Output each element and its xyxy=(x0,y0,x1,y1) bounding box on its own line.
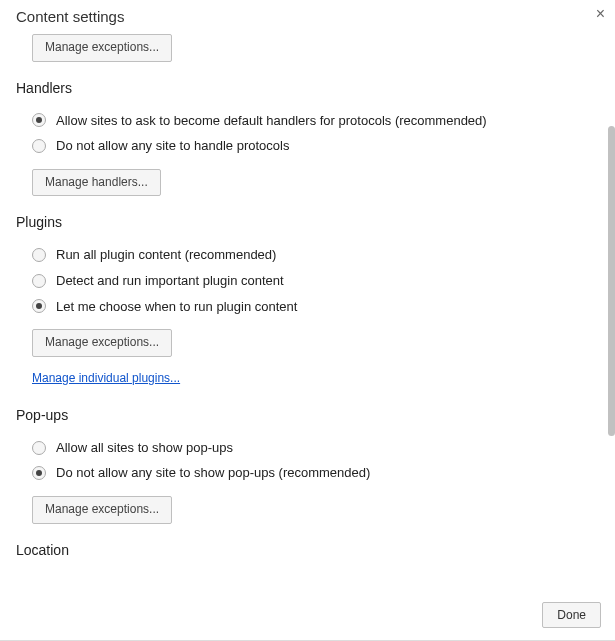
dialog-title: Content settings xyxy=(0,0,615,31)
plugins-section: Plugins Run all plugin content (recommen… xyxy=(16,214,599,388)
settings-scroll-area[interactable]: Manage exceptions... Handlers Allow site… xyxy=(0,30,615,590)
manage-individual-plugins-link[interactable]: Manage individual plugins... xyxy=(32,371,180,385)
content-settings-dialog: Content settings × Manage exceptions... … xyxy=(0,0,615,641)
radio-icon[interactable] xyxy=(32,274,46,288)
option-label: Let me choose when to run plugin content xyxy=(56,299,297,315)
radio-icon[interactable] xyxy=(32,299,46,313)
plugins-manage-exceptions-button[interactable]: Manage exceptions... xyxy=(32,329,172,357)
radio-icon[interactable] xyxy=(32,466,46,480)
popups-title: Pop-ups xyxy=(16,407,599,423)
radio-icon[interactable] xyxy=(32,113,46,127)
radio-icon[interactable] xyxy=(32,441,46,455)
handlers-section: Handlers Allow sites to ask to become de… xyxy=(16,80,599,197)
popups-section: Pop-ups Allow all sites to show pop-ups … xyxy=(16,407,599,524)
plugins-option-detect[interactable]: Detect and run important plugin content xyxy=(16,268,599,294)
popups-option-deny[interactable]: Do not allow any site to show pop-ups (r… xyxy=(16,460,599,486)
option-label: Allow all sites to show pop-ups xyxy=(56,440,233,456)
manage-exceptions-button[interactable]: Manage exceptions... xyxy=(32,34,172,62)
option-label: Allow sites to ask to become default han… xyxy=(56,113,487,129)
done-button[interactable]: Done xyxy=(542,602,601,628)
dialog-footer: Done xyxy=(0,590,615,640)
popups-option-allow[interactable]: Allow all sites to show pop-ups xyxy=(16,435,599,461)
close-icon[interactable]: × xyxy=(596,6,605,22)
radio-icon[interactable] xyxy=(32,139,46,153)
previous-section-tail: Manage exceptions... xyxy=(16,30,599,62)
manage-handlers-button[interactable]: Manage handlers... xyxy=(32,169,161,197)
scrollbar-thumb[interactable] xyxy=(608,126,615,436)
plugins-option-runall[interactable]: Run all plugin content (recommended) xyxy=(16,242,599,268)
location-section: Location xyxy=(16,542,599,558)
plugins-title: Plugins xyxy=(16,214,599,230)
handlers-title: Handlers xyxy=(16,80,599,96)
popups-manage-exceptions-button[interactable]: Manage exceptions... xyxy=(32,496,172,524)
radio-icon[interactable] xyxy=(32,248,46,262)
option-label: Do not allow any site to show pop-ups (r… xyxy=(56,465,370,481)
location-title: Location xyxy=(16,542,599,558)
handlers-option-allow[interactable]: Allow sites to ask to become default han… xyxy=(16,108,599,134)
option-label: Detect and run important plugin content xyxy=(56,273,284,289)
handlers-option-deny[interactable]: Do not allow any site to handle protocol… xyxy=(16,133,599,159)
plugins-option-choose[interactable]: Let me choose when to run plugin content xyxy=(16,294,599,320)
option-label: Run all plugin content (recommended) xyxy=(56,247,276,263)
option-label: Do not allow any site to handle protocol… xyxy=(56,138,289,154)
